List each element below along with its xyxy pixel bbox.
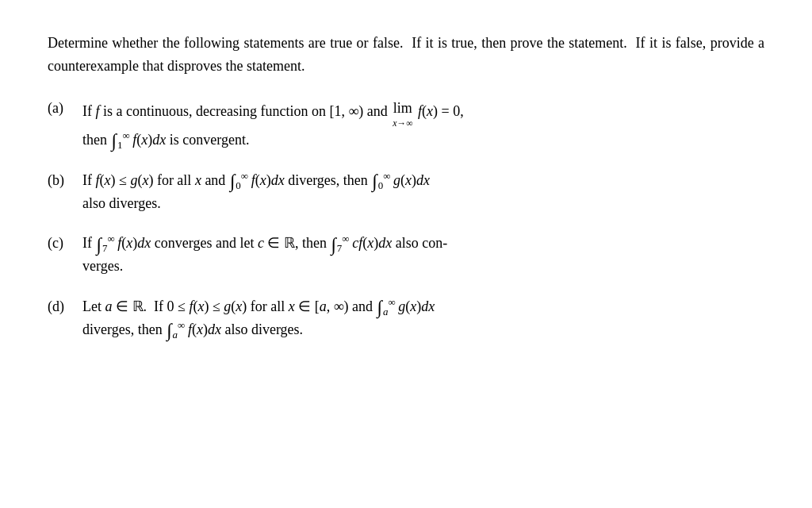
problem-label-b: (b) — [48, 169, 82, 192]
problem-item-b: (b) If f(x) ≤ g(x) for all x and ∫0∞ f(x… — [48, 169, 764, 215]
problem-content-a: If f is a continuous, decreasing functio… — [82, 97, 764, 152]
problem-label-a: (a) — [48, 97, 82, 120]
problem-content-c: If ∫7∞ f(x)dx converges and let c ∈ ℝ, t… — [82, 232, 764, 278]
problems-list: (a) If f is a continuous, decreasing fun… — [48, 97, 764, 341]
limit-a: lim x→∞ — [393, 97, 412, 129]
problem-content-b: If f(x) ≤ g(x) for all x and ∫0∞ f(x)dx … — [82, 169, 764, 215]
problem-item-d: (d) Let a ∈ ℝ. If 0 ≤ f(x) ≤ g(x) for al… — [48, 295, 764, 341]
problem-label-d: (d) — [48, 295, 82, 318]
problem-label-c: (c) — [48, 232, 82, 255]
page-container: Determine whether the following statemen… — [0, 0, 812, 391]
problem-item-c: (c) If ∫7∞ f(x)dx converges and let c ∈ … — [48, 232, 764, 278]
intro-text: Determine whether the following statemen… — [48, 32, 764, 78]
problem-item-a: (a) If f is a continuous, decreasing fun… — [48, 97, 764, 152]
problem-content-d: Let a ∈ ℝ. If 0 ≤ f(x) ≤ g(x) for all x … — [82, 295, 764, 341]
